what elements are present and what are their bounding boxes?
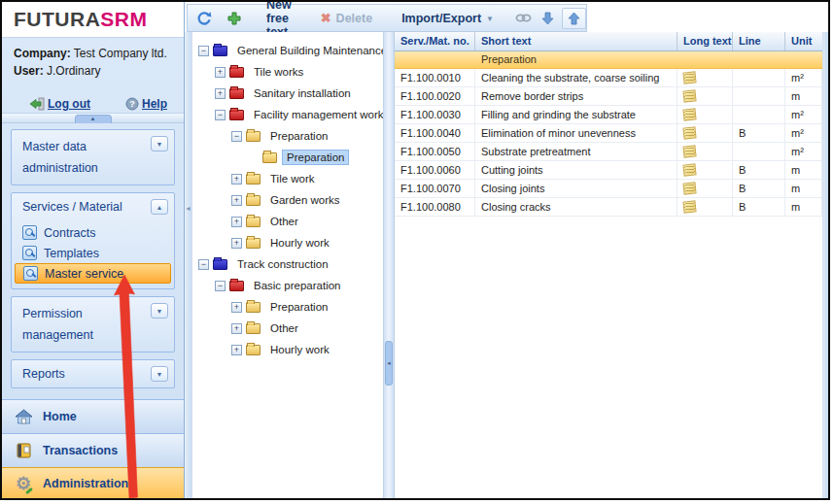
note-icon[interactable] [682, 163, 696, 176]
tree-node-label[interactable]: Other [266, 215, 302, 228]
expand-node-icon[interactable]: + [231, 195, 242, 206]
table-row[interactable]: F1.100.0010Cleaning the substrate, coars… [395, 69, 822, 87]
column-header[interactable]: Short text [475, 32, 678, 50]
tree-node[interactable]: −Track construction [192, 253, 383, 275]
expand-node-icon[interactable]: + [231, 217, 242, 227]
chevron-down-icon[interactable]: ▼ [151, 303, 168, 319]
nav-administration[interactable]: ⚙ Administration [2, 467, 184, 498]
move-down-button[interactable] [541, 12, 554, 25]
tree-node-label[interactable]: Track construction [233, 257, 332, 271]
collapse-node-icon[interactable]: − [198, 259, 209, 270]
tree-node-label[interactable]: Hourly work [266, 236, 333, 250]
tree-node-label[interactable]: Preparation [266, 300, 331, 314]
folder-icon-yellow [246, 345, 261, 355]
tree-node[interactable]: −Basic preparation [192, 275, 383, 296]
help-link[interactable]: ? Help [125, 97, 167, 111]
refresh-button[interactable] [196, 11, 212, 26]
tree-node-label[interactable]: Preparation [266, 129, 331, 143]
expand-node-icon[interactable]: + [231, 174, 242, 185]
expand-node-icon[interactable]: + [231, 238, 242, 249]
sidebar-splitter[interactable]: ▲ [2, 113, 184, 123]
delete-x-icon: ✖ [321, 11, 331, 25]
brand-primary-text: FUTURA [14, 8, 100, 31]
expand-node-icon[interactable]: + [231, 345, 242, 355]
tree-node-label[interactable]: Hourly work [266, 343, 333, 356]
collapse-node-icon[interactable]: − [198, 46, 209, 56]
table-body: F1.100.0010Cleaning the substrate, coars… [395, 69, 822, 217]
link-button[interactable] [515, 13, 532, 23]
collapse-node-icon[interactable]: − [215, 110, 226, 120]
add-button[interactable] [227, 12, 241, 25]
note-icon[interactable] [682, 108, 696, 120]
collapse-arrow-icon[interactable]: ◄ [185, 205, 191, 212]
column-header[interactable]: Line type [733, 32, 785, 50]
collapse-node-icon[interactable]: − [215, 281, 226, 291]
note-icon[interactable] [682, 145, 696, 157]
move-up-button[interactable] [562, 8, 586, 29]
right-scroll-strip[interactable] [822, 32, 828, 498]
tree-node[interactable]: −Preparation [192, 125, 383, 147]
nav-home[interactable]: Home [2, 399, 184, 433]
tree-node[interactable]: +Tile works [192, 61, 383, 83]
expand-node-icon[interactable]: + [215, 67, 226, 78]
tree-node[interactable]: −General Building Maintenance [192, 40, 383, 61]
note-icon[interactable] [682, 126, 696, 139]
tree-node[interactable]: +Hourly work [192, 339, 383, 360]
chevron-down-icon[interactable]: ▼ [151, 136, 168, 151]
tree-node-label[interactable]: Facility management works [250, 108, 383, 121]
tree-node[interactable]: +Other [192, 211, 383, 232]
tree-scrollbar[interactable]: ◄ [383, 32, 395, 498]
sidebar-item-templates[interactable]: Templates [15, 243, 171, 263]
tree-node[interactable]: +Tile work [192, 168, 383, 189]
logout-link[interactable]: Log out [29, 97, 90, 111]
tree-node[interactable]: +Sanitary installation [192, 83, 383, 104]
tree-node-label[interactable]: Tile work [266, 172, 319, 185]
table-row[interactable]: F1.100.0040Elimination of minor unevenne… [395, 124, 822, 143]
scrollbar-thumb[interactable]: ◄ [385, 341, 393, 386]
magnifier-icon [23, 266, 38, 281]
tree-node[interactable]: +Hourly work [192, 232, 383, 253]
panel-reports[interactable]: Reports ▼ [11, 359, 175, 388]
tree-node[interactable]: −Facility management works [192, 104, 383, 125]
collapse-handle-icon[interactable]: ▲ [75, 115, 112, 123]
table-row[interactable]: F1.100.0050Substrate pretreatmentm² [395, 143, 822, 161]
panel-permission-management[interactable]: Permission management ▼ [11, 296, 175, 353]
note-icon[interactable] [682, 182, 696, 194]
tree-node-label[interactable]: General Building Maintenance [233, 44, 383, 57]
delete-button[interactable]: ✖ Delete [321, 11, 372, 25]
chevron-down-icon[interactable]: ▼ [151, 366, 168, 382]
table-row[interactable]: F1.100.0060Cutting jointsBm [395, 161, 822, 180]
tree-node[interactable]: +Other [192, 318, 383, 339]
panel-collapse-strip[interactable]: ◄ [185, 32, 192, 498]
column-header[interactable]: Unit [785, 32, 822, 50]
tree-node-label[interactable]: Garden works [266, 193, 344, 207]
table-row[interactable]: F1.100.0080Closing cracksBm [395, 198, 822, 217]
tree-node-label[interactable]: Tile works [250, 65, 307, 79]
tree-node-label[interactable]: Other [266, 321, 302, 335]
expand-node-icon[interactable]: + [231, 323, 242, 334]
chevron-up-icon[interactable]: ▲ [151, 199, 168, 215]
tree-node-label[interactable]: Preparation [283, 151, 348, 164]
sidebar-item-contracts[interactable]: Contracts [15, 222, 171, 243]
tree-node-label[interactable]: Sanitary installation [250, 86, 355, 100]
column-header[interactable]: Long text [678, 32, 733, 50]
tree-node[interactable]: +Garden works [192, 189, 383, 211]
collapse-node-icon[interactable]: − [231, 131, 242, 142]
import-export-button[interactable]: Import/Export ▼ [401, 12, 494, 25]
panel-services-material[interactable]: Services / Material ▲ Contracts Template… [11, 192, 175, 289]
note-icon[interactable] [682, 200, 696, 213]
panel-master-data-administration[interactable]: Master data administration ▼ [11, 129, 175, 185]
table-row[interactable]: F1.100.0020Remove border stripsm [395, 87, 822, 106]
note-icon[interactable] [682, 89, 696, 102]
tree-node-label[interactable]: Basic preparation [250, 279, 345, 292]
expand-node-icon[interactable]: + [215, 88, 226, 99]
nav-transactions[interactable]: Transactions [2, 433, 184, 467]
column-header[interactable]: Serv./Mat. no. [395, 32, 475, 50]
note-icon[interactable] [682, 71, 696, 84]
table-row[interactable]: F1.100.0070Closing jointsBm [395, 180, 822, 198]
sidebar-item-master-service[interactable]: Master service [15, 263, 171, 284]
expand-node-icon[interactable]: + [231, 302, 242, 313]
tree-node[interactable]: +Preparation [192, 296, 383, 318]
tree-node[interactable]: Preparation [192, 147, 383, 168]
table-row[interactable]: F1.100.0030Filling and grinding the subs… [395, 106, 822, 124]
